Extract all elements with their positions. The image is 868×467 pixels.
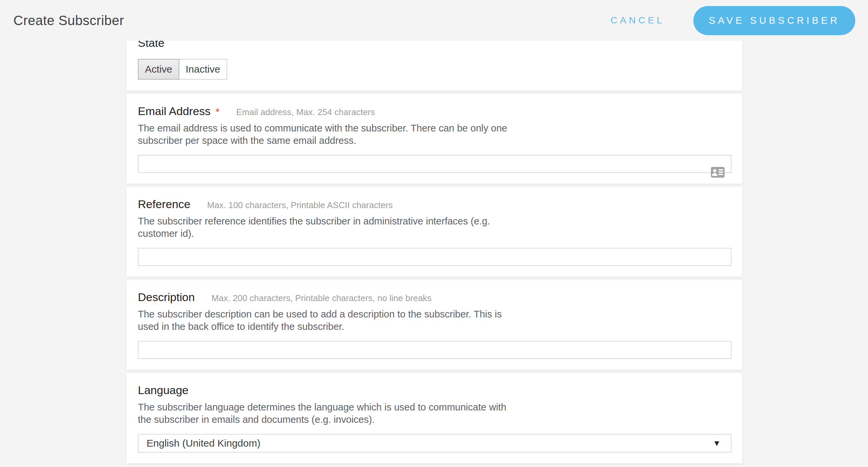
email-section: Email Address * Email address, Max. 254 … xyxy=(126,94,742,184)
email-label: Email Address xyxy=(138,103,211,119)
reference-label: Reference xyxy=(138,196,190,212)
reference-hint: Max. 100 characters, Printable ASCII cha… xyxy=(207,200,393,210)
language-select[interactable]: English (United Kingdom) ▼ xyxy=(138,434,732,453)
language-section: Language The subscriber language determi… xyxy=(126,373,742,463)
email-hint: Email address, Max. 254 characters xyxy=(236,107,375,117)
description-hint: Max. 200 characters, Printable character… xyxy=(212,293,432,304)
language-description: The subscriber language determines the l… xyxy=(138,401,732,426)
email-description: The email address is used to communicate… xyxy=(138,122,732,147)
email-input[interactable] xyxy=(138,155,732,173)
form-content: State Active Inactive Email Address * Em… xyxy=(126,20,742,467)
contact-card-icon[interactable] xyxy=(711,167,725,178)
page-title: Create Subscriber xyxy=(13,13,611,28)
required-asterisk: * xyxy=(216,106,219,117)
reference-input[interactable] xyxy=(138,248,732,266)
reference-section: Reference Max. 100 characters, Printable… xyxy=(126,187,742,277)
cancel-button[interactable]: CANCEL xyxy=(611,15,665,26)
language-label: Language xyxy=(138,382,188,398)
state-option-inactive[interactable]: Inactive xyxy=(179,59,227,80)
chevron-down-icon: ▼ xyxy=(713,439,721,447)
state-option-active[interactable]: Active xyxy=(138,59,179,80)
language-selected-value: English (United Kingdom) xyxy=(147,438,260,449)
state-toggle-group: Active Inactive xyxy=(138,59,227,80)
reference-description: The subscriber reference identifies the … xyxy=(138,215,732,240)
description-section: Description Max. 200 characters, Printab… xyxy=(126,280,742,370)
save-subscriber-button[interactable]: SAVE SUBSCRIBER xyxy=(693,6,855,35)
page-header: Create Subscriber CANCEL SAVE SUBSCRIBER xyxy=(0,0,868,41)
description-input[interactable] xyxy=(138,341,732,359)
description-label: Description xyxy=(138,289,195,305)
description-description: The subscriber description can be used t… xyxy=(138,308,732,333)
